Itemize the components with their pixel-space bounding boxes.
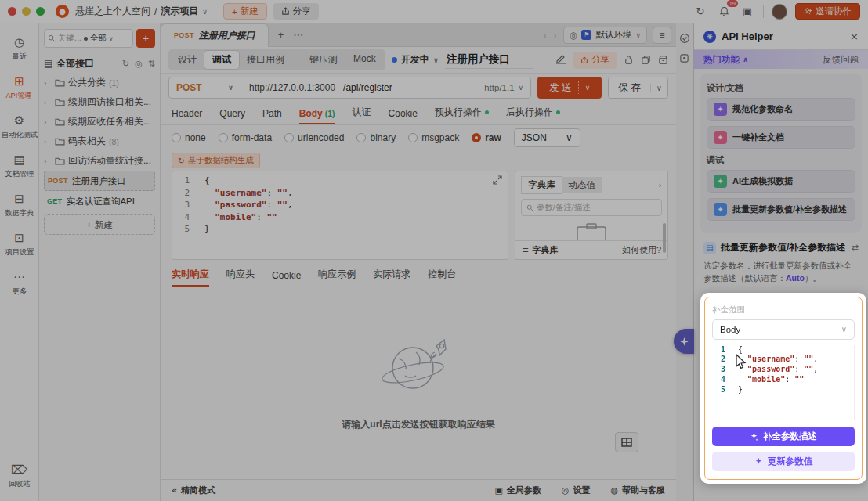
archive-icon[interactable] bbox=[658, 55, 668, 65]
rail-item-data-dictionary[interactable]: ⊟数据字典 bbox=[1, 188, 38, 225]
request-tab-预执行操作[interactable]: 预执行操作 bbox=[435, 106, 489, 124]
expand-editor-icon[interactable] bbox=[493, 175, 502, 185]
method-selector[interactable]: POST ∨ bbox=[169, 77, 241, 98]
rail-item-clock[interactable]: ◷最近 bbox=[1, 31, 38, 69]
helper-button[interactable]: ✦AI生成模拟数据 bbox=[707, 170, 855, 193]
tab-nav-back-icon[interactable]: ‹ bbox=[544, 31, 548, 40]
helper-button[interactable]: ✦规范化参数命名 bbox=[707, 98, 855, 121]
generate-from-schema-button[interactable]: ↻ 基于数据结构生成 bbox=[172, 153, 260, 168]
body-type-raw[interactable]: raw bbox=[472, 132, 501, 143]
maximize-window-icon[interactable] bbox=[36, 7, 45, 16]
invite-button[interactable]: 邀请协作 bbox=[795, 3, 860, 20]
mode-tab-Mock[interactable]: Mock bbox=[345, 51, 384, 69]
rail-item-more[interactable]: ⋯更多 bbox=[1, 266, 38, 304]
update-param-values-button[interactable]: 更新参数值 bbox=[712, 452, 855, 471]
request-tab-Body[interactable]: Body(1) bbox=[299, 108, 335, 124]
close-window-icon[interactable] bbox=[8, 7, 16, 16]
changelog-icon[interactable]: ▣ bbox=[740, 4, 755, 20]
body-type-none[interactable]: none bbox=[172, 132, 206, 143]
minimize-window-icon[interactable] bbox=[22, 7, 31, 16]
open-doc-tab[interactable]: POST 注册用户接口 bbox=[161, 23, 269, 47]
locate-icon[interactable]: ◎ bbox=[135, 59, 143, 69]
body-type-msgpack[interactable]: msgpack bbox=[408, 132, 459, 143]
plugin-check-icon[interactable] bbox=[679, 33, 690, 44]
body-type-form-data[interactable]: form-data bbox=[219, 132, 272, 143]
breadcrumb[interactable]: 悬崖之上个人空间 / 演示项目 ∨ bbox=[75, 5, 208, 18]
mode-tab-设计[interactable]: 设计 bbox=[170, 51, 204, 69]
response-tab-响应示例[interactable]: 响应示例 bbox=[318, 268, 356, 287]
complete-param-desc-button[interactable]: 补全参数描述 bbox=[712, 427, 855, 446]
plugin-box-icon[interactable] bbox=[679, 53, 689, 63]
tab-dictionary[interactable]: 字典库 bbox=[521, 176, 562, 194]
mode-tab-一键压测[interactable]: 一键压测 bbox=[292, 51, 345, 69]
settings-button[interactable]: ◎设置 bbox=[562, 485, 591, 496]
request-tab-后执行操作[interactable]: 后执行操作 bbox=[506, 106, 560, 124]
mode-tab-接口用例[interactable]: 接口用例 bbox=[239, 51, 292, 69]
scrollbar-thumb[interactable] bbox=[663, 223, 666, 253]
new-button[interactable]: + 新建 bbox=[223, 3, 267, 20]
project-name[interactable]: 演示项目 bbox=[161, 5, 198, 18]
body-editor[interactable]: 1{2 "username": "",3 "password": "",4 "m… bbox=[172, 171, 508, 260]
tree-search-input[interactable]: 关键... 全部 ∨ bbox=[44, 29, 133, 48]
tree-filter-select[interactable]: 全部 bbox=[90, 33, 107, 44]
avatar[interactable] bbox=[772, 4, 787, 20]
tree-folder-row[interactable]: ›续期回访接口相关... bbox=[44, 92, 155, 112]
notifications-button[interactable]: 19 bbox=[716, 4, 732, 20]
ai-helper-toggle[interactable] bbox=[674, 329, 694, 354]
language-auto-link[interactable]: Auto bbox=[786, 273, 805, 283]
response-tab-控制台[interactable]: 控制台 bbox=[428, 268, 456, 287]
request-tab-Path[interactable]: Path bbox=[262, 108, 282, 124]
tab-overflow-button[interactable]: ⋯ bbox=[293, 29, 303, 41]
rail-item-trash[interactable]: ⌦回收站 bbox=[1, 459, 38, 496]
lock-icon[interactable] bbox=[624, 55, 634, 65]
refresh-icon[interactable]: ↻ bbox=[122, 59, 129, 69]
rail-item-doc-manage[interactable]: ▤文档管理 bbox=[1, 149, 38, 186]
request-tab-Header[interactable]: Header bbox=[172, 108, 202, 124]
request-tab-Query[interactable]: Query bbox=[219, 108, 245, 124]
help-support-button[interactable]: ◍帮助与客服 bbox=[610, 485, 665, 496]
feedback-link[interactable]: 反馈问题 bbox=[823, 54, 859, 66]
http-version-selector[interactable]: http/1.1 ∨ bbox=[477, 83, 530, 92]
environment-selector[interactable]: ◎ ⚑ 默认环境 ∨ bbox=[563, 27, 647, 44]
status-selector[interactable]: 开发中 ∨ bbox=[392, 53, 439, 67]
save-button[interactable]: 保 存 ∨ bbox=[608, 77, 668, 99]
share-button-top[interactable]: 分享 bbox=[273, 3, 319, 20]
scope-select[interactable]: Body ∨ bbox=[712, 319, 855, 340]
tree-folder-row[interactable]: ›公共分类(1) bbox=[44, 73, 155, 92]
rail-item-automation-test[interactable]: ⚙自动化测试 bbox=[1, 110, 38, 147]
tree-folder-row[interactable]: ›码表相关(8) bbox=[44, 132, 155, 151]
close-icon[interactable]: × bbox=[850, 31, 859, 42]
workspace-name[interactable]: 悬崖之上个人空间 bbox=[75, 5, 150, 18]
helper-button[interactable]: ✦一键补全文档 bbox=[707, 126, 855, 149]
tree-folder-row[interactable]: ›回访活动量统计接... bbox=[44, 151, 155, 171]
hot-features-toggle[interactable]: 热门功能 ∧ bbox=[703, 54, 748, 66]
add-api-button[interactable]: + bbox=[136, 29, 155, 48]
tree-folder-row[interactable]: ›续期应收任务相关... bbox=[44, 112, 155, 132]
tab-nav-forward-icon[interactable]: › bbox=[554, 31, 559, 40]
global-params-button[interactable]: ▣全局参数 bbox=[494, 485, 541, 496]
helper-button[interactable]: ✦批量更新参数值/补全参数描述 bbox=[707, 198, 855, 221]
api-row[interactable]: POST注册用户接口 bbox=[44, 171, 155, 191]
sync-icon[interactable]: ↻ bbox=[693, 4, 708, 20]
chevron-right-icon[interactable]: › bbox=[659, 180, 662, 190]
new-tab-button[interactable]: + bbox=[278, 29, 284, 41]
response-tab-响应头[interactable]: 响应头 bbox=[226, 268, 255, 287]
api-row[interactable]: GET实名认证查询API bbox=[44, 191, 155, 211]
body-type-urlencoded[interactable]: urlencoded bbox=[284, 132, 344, 143]
layout-menu-button[interactable]: ≡ bbox=[653, 27, 671, 44]
response-tab-实际请求[interactable]: 实际请求 bbox=[373, 268, 410, 287]
url-input[interactable]: http://127.0.0.1:3000 /api/register bbox=[241, 82, 477, 93]
request-tab-认证[interactable]: 认证 bbox=[353, 106, 371, 124]
how-to-use-link[interactable]: 如何使用? bbox=[622, 244, 661, 256]
send-button[interactable]: 发 送 ∨ bbox=[537, 77, 602, 99]
clone-icon[interactable] bbox=[641, 55, 651, 65]
share-button-main[interactable]: 分享 bbox=[573, 52, 617, 69]
dictionary-search-input[interactable]: 参数/备注/描述 bbox=[521, 199, 662, 216]
collapse-all-icon[interactable]: ⇅ bbox=[148, 59, 155, 69]
window-controls[interactable] bbox=[8, 7, 45, 16]
split-view-toggle-button[interactable] bbox=[615, 432, 638, 452]
body-type-binary[interactable]: binary bbox=[356, 132, 396, 143]
edit-signature-icon[interactable] bbox=[555, 55, 566, 66]
rail-item-project-settings[interactable]: ⊡项目设置 bbox=[1, 227, 38, 265]
rail-item-api-manage[interactable]: ⊞API管理 bbox=[1, 70, 38, 108]
